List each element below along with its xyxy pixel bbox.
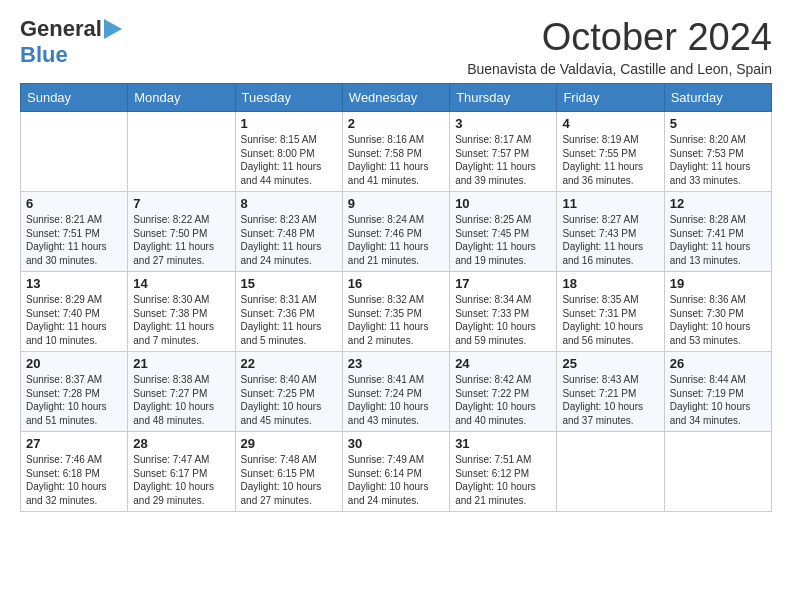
header-monday: Monday [128,84,235,112]
calendar-cell: 19Sunrise: 8:36 AMSunset: 7:30 PMDayligh… [664,272,771,352]
day-number: 5 [670,116,766,131]
calendar-cell: 29Sunrise: 7:48 AMSunset: 6:15 PMDayligh… [235,432,342,512]
calendar-cell: 9Sunrise: 8:24 AMSunset: 7:46 PMDaylight… [342,192,449,272]
week-row-1: 1Sunrise: 8:15 AMSunset: 8:00 PMDaylight… [21,112,772,192]
day-detail: Sunrise: 8:32 AMSunset: 7:35 PMDaylight:… [348,293,444,347]
calendar-cell: 20Sunrise: 8:37 AMSunset: 7:28 PMDayligh… [21,352,128,432]
day-detail: Sunrise: 7:49 AMSunset: 6:14 PMDaylight:… [348,453,444,507]
calendar-cell [128,112,235,192]
day-detail: Sunrise: 8:37 AMSunset: 7:28 PMDaylight:… [26,373,122,427]
calendar-table: SundayMondayTuesdayWednesdayThursdayFrid… [20,83,772,512]
day-detail: Sunrise: 8:24 AMSunset: 7:46 PMDaylight:… [348,213,444,267]
day-number: 20 [26,356,122,371]
calendar-cell: 2Sunrise: 8:16 AMSunset: 7:58 PMDaylight… [342,112,449,192]
day-number: 8 [241,196,337,211]
day-number: 22 [241,356,337,371]
svg-marker-0 [104,19,122,39]
location: Buenavista de Valdavia, Castille and Leo… [467,61,772,77]
day-detail: Sunrise: 8:31 AMSunset: 7:36 PMDaylight:… [241,293,337,347]
calendar-cell: 18Sunrise: 8:35 AMSunset: 7:31 PMDayligh… [557,272,664,352]
day-detail: Sunrise: 8:16 AMSunset: 7:58 PMDaylight:… [348,133,444,187]
day-detail: Sunrise: 8:20 AMSunset: 7:53 PMDaylight:… [670,133,766,187]
day-number: 12 [670,196,766,211]
day-detail: Sunrise: 7:46 AMSunset: 6:18 PMDaylight:… [26,453,122,507]
day-detail: Sunrise: 8:19 AMSunset: 7:55 PMDaylight:… [562,133,658,187]
day-number: 21 [133,356,229,371]
day-detail: Sunrise: 8:17 AMSunset: 7:57 PMDaylight:… [455,133,551,187]
day-number: 30 [348,436,444,451]
calendar-cell: 21Sunrise: 8:38 AMSunset: 7:27 PMDayligh… [128,352,235,432]
day-detail: Sunrise: 8:30 AMSunset: 7:38 PMDaylight:… [133,293,229,347]
calendar-cell: 8Sunrise: 8:23 AMSunset: 7:48 PMDaylight… [235,192,342,272]
day-number: 14 [133,276,229,291]
logo-blue: Blue [20,42,68,67]
week-row-3: 13Sunrise: 8:29 AMSunset: 7:40 PMDayligh… [21,272,772,352]
day-detail: Sunrise: 8:41 AMSunset: 7:24 PMDaylight:… [348,373,444,427]
day-number: 26 [670,356,766,371]
day-detail: Sunrise: 8:22 AMSunset: 7:50 PMDaylight:… [133,213,229,267]
day-detail: Sunrise: 8:23 AMSunset: 7:48 PMDaylight:… [241,213,337,267]
day-detail: Sunrise: 8:15 AMSunset: 8:00 PMDaylight:… [241,133,337,187]
calendar-cell: 7Sunrise: 8:22 AMSunset: 7:50 PMDaylight… [128,192,235,272]
calendar-cell: 28Sunrise: 7:47 AMSunset: 6:17 PMDayligh… [128,432,235,512]
day-number: 31 [455,436,551,451]
week-row-5: 27Sunrise: 7:46 AMSunset: 6:18 PMDayligh… [21,432,772,512]
day-number: 25 [562,356,658,371]
day-detail: Sunrise: 8:35 AMSunset: 7:31 PMDaylight:… [562,293,658,347]
calendar-cell: 26Sunrise: 8:44 AMSunset: 7:19 PMDayligh… [664,352,771,432]
day-detail: Sunrise: 8:27 AMSunset: 7:43 PMDaylight:… [562,213,658,267]
header-wednesday: Wednesday [342,84,449,112]
logo-general: General [20,16,102,42]
calendar-cell: 13Sunrise: 8:29 AMSunset: 7:40 PMDayligh… [21,272,128,352]
day-number: 16 [348,276,444,291]
calendar-cell [664,432,771,512]
day-number: 19 [670,276,766,291]
calendar-cell: 15Sunrise: 8:31 AMSunset: 7:36 PMDayligh… [235,272,342,352]
day-number: 9 [348,196,444,211]
week-row-2: 6Sunrise: 8:21 AMSunset: 7:51 PMDaylight… [21,192,772,272]
day-detail: Sunrise: 8:44 AMSunset: 7:19 PMDaylight:… [670,373,766,427]
logo-arrow-icon [104,19,122,39]
week-row-4: 20Sunrise: 8:37 AMSunset: 7:28 PMDayligh… [21,352,772,432]
calendar-cell: 25Sunrise: 8:43 AMSunset: 7:21 PMDayligh… [557,352,664,432]
day-number: 3 [455,116,551,131]
header-friday: Friday [557,84,664,112]
day-detail: Sunrise: 8:43 AMSunset: 7:21 PMDaylight:… [562,373,658,427]
day-number: 13 [26,276,122,291]
calendar-cell [557,432,664,512]
header-sunday: Sunday [21,84,128,112]
day-number: 28 [133,436,229,451]
month-title: October 2024 [467,16,772,59]
day-detail: Sunrise: 7:51 AMSunset: 6:12 PMDaylight:… [455,453,551,507]
logo: General Blue [20,16,122,68]
day-detail: Sunrise: 8:42 AMSunset: 7:22 PMDaylight:… [455,373,551,427]
day-number: 7 [133,196,229,211]
day-detail: Sunrise: 8:21 AMSunset: 7:51 PMDaylight:… [26,213,122,267]
day-detail: Sunrise: 8:34 AMSunset: 7:33 PMDaylight:… [455,293,551,347]
header-tuesday: Tuesday [235,84,342,112]
day-number: 24 [455,356,551,371]
header-saturday: Saturday [664,84,771,112]
calendar-cell: 6Sunrise: 8:21 AMSunset: 7:51 PMDaylight… [21,192,128,272]
day-number: 17 [455,276,551,291]
day-detail: Sunrise: 8:40 AMSunset: 7:25 PMDaylight:… [241,373,337,427]
calendar-cell: 31Sunrise: 7:51 AMSunset: 6:12 PMDayligh… [450,432,557,512]
calendar-cell: 27Sunrise: 7:46 AMSunset: 6:18 PMDayligh… [21,432,128,512]
calendar-cell: 12Sunrise: 8:28 AMSunset: 7:41 PMDayligh… [664,192,771,272]
title-block: October 2024 Buenavista de Valdavia, Cas… [467,16,772,77]
day-detail: Sunrise: 8:36 AMSunset: 7:30 PMDaylight:… [670,293,766,347]
calendar-cell: 22Sunrise: 8:40 AMSunset: 7:25 PMDayligh… [235,352,342,432]
day-number: 6 [26,196,122,211]
calendar-cell: 3Sunrise: 8:17 AMSunset: 7:57 PMDaylight… [450,112,557,192]
day-number: 15 [241,276,337,291]
calendar-cell: 23Sunrise: 8:41 AMSunset: 7:24 PMDayligh… [342,352,449,432]
calendar-cell: 14Sunrise: 8:30 AMSunset: 7:38 PMDayligh… [128,272,235,352]
day-detail: Sunrise: 7:47 AMSunset: 6:17 PMDaylight:… [133,453,229,507]
day-number: 27 [26,436,122,451]
calendar-cell: 24Sunrise: 8:42 AMSunset: 7:22 PMDayligh… [450,352,557,432]
day-number: 2 [348,116,444,131]
calendar-cell [21,112,128,192]
calendar-header-row: SundayMondayTuesdayWednesdayThursdayFrid… [21,84,772,112]
header-thursday: Thursday [450,84,557,112]
calendar-cell: 17Sunrise: 8:34 AMSunset: 7:33 PMDayligh… [450,272,557,352]
